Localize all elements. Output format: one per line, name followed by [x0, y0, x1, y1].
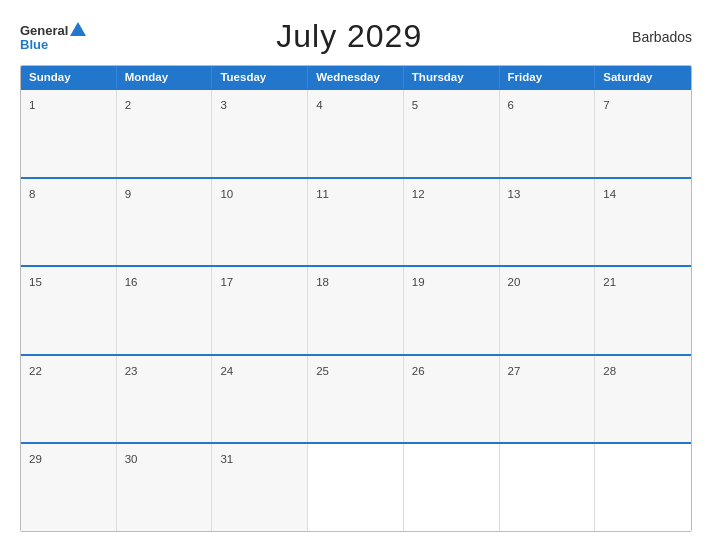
day-7: 7	[595, 90, 691, 177]
day-30: 30	[117, 444, 213, 531]
day-17: 17	[212, 267, 308, 354]
day-19: 19	[404, 267, 500, 354]
day-9: 9	[117, 179, 213, 266]
day-25: 25	[308, 356, 404, 443]
day-2: 2	[117, 90, 213, 177]
day-empty-2	[404, 444, 500, 531]
header-thursday: Thursday	[404, 66, 500, 88]
logo-general-text: General	[20, 24, 68, 37]
country-label: Barbados	[612, 29, 692, 45]
day-16: 16	[117, 267, 213, 354]
calendar-page: General Blue July 2029 Barbados Sunday M…	[0, 0, 712, 550]
day-13: 13	[500, 179, 596, 266]
day-18: 18	[308, 267, 404, 354]
day-26: 26	[404, 356, 500, 443]
day-empty-3	[500, 444, 596, 531]
day-12: 12	[404, 179, 500, 266]
header-saturday: Saturday	[595, 66, 691, 88]
day-20: 20	[500, 267, 596, 354]
day-11: 11	[308, 179, 404, 266]
header-tuesday: Tuesday	[212, 66, 308, 88]
month-title: July 2029	[86, 18, 612, 55]
day-23: 23	[117, 356, 213, 443]
day-29: 29	[21, 444, 117, 531]
day-empty-1	[308, 444, 404, 531]
day-5: 5	[404, 90, 500, 177]
day-3: 3	[212, 90, 308, 177]
day-21: 21	[595, 267, 691, 354]
day-4: 4	[308, 90, 404, 177]
calendar-header: General Blue July 2029 Barbados	[20, 18, 692, 55]
week-1: 1 2 3 4 5 6 7	[21, 88, 691, 177]
header-sunday: Sunday	[21, 66, 117, 88]
day-24: 24	[212, 356, 308, 443]
header-friday: Friday	[500, 66, 596, 88]
logo-triangle-icon	[70, 22, 86, 36]
week-4: 22 23 24 25 26 27 28	[21, 354, 691, 443]
day-empty-4	[595, 444, 691, 531]
day-27: 27	[500, 356, 596, 443]
logo-blue-text: Blue	[20, 38, 48, 51]
logo: General Blue	[20, 22, 86, 51]
day-15: 15	[21, 267, 117, 354]
calendar-header-row: Sunday Monday Tuesday Wednesday Thursday…	[21, 66, 691, 88]
day-14: 14	[595, 179, 691, 266]
week-3: 15 16 17 18 19 20 21	[21, 265, 691, 354]
day-22: 22	[21, 356, 117, 443]
day-6: 6	[500, 90, 596, 177]
day-1: 1	[21, 90, 117, 177]
day-8: 8	[21, 179, 117, 266]
day-10: 10	[212, 179, 308, 266]
day-31: 31	[212, 444, 308, 531]
header-monday: Monday	[117, 66, 213, 88]
week-5: 29 30 31	[21, 442, 691, 531]
calendar-body: 1 2 3 4 5 6 7 8 9 10 11 12 13 14 15 16	[21, 88, 691, 531]
week-2: 8 9 10 11 12 13 14	[21, 177, 691, 266]
header-wednesday: Wednesday	[308, 66, 404, 88]
calendar-grid: Sunday Monday Tuesday Wednesday Thursday…	[20, 65, 692, 532]
day-28: 28	[595, 356, 691, 443]
